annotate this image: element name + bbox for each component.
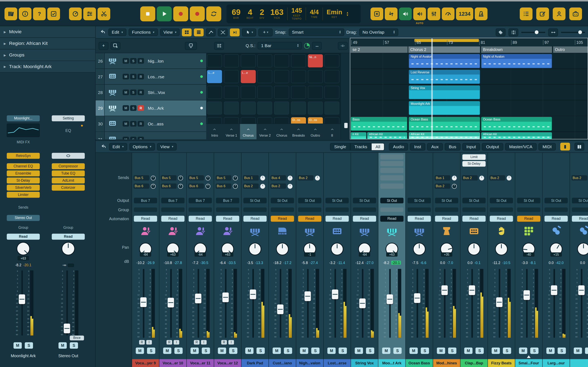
vertical-zoom-button[interactable]	[509, 28, 518, 36]
solo-button[interactable]: S	[130, 121, 136, 127]
channel-name[interactable]: Mod...hines	[433, 359, 460, 367]
audio-fx-slot[interactable]: Compressor	[52, 163, 85, 169]
region[interactable]: African Kit	[367, 132, 407, 139]
empty-loop-cell[interactable]	[274, 117, 289, 124]
send-slot[interactable]: Bus 2	[270, 184, 286, 189]
track-header[interactable]: 28MSRStri...Vox	[95, 85, 206, 100]
catch-playhead-button[interactable]	[230, 28, 240, 36]
channel-name[interactable]: Cust...iano	[269, 359, 296, 367]
loop-cell[interactable]: Ni...n	[308, 54, 323, 67]
audio-fx-slot[interactable]: Limiter	[7, 192, 40, 198]
record-button[interactable]: R	[138, 74, 144, 80]
fader-handle[interactable]	[277, 304, 283, 314]
filter-tab-output[interactable]: Output	[482, 143, 503, 150]
group-slot[interactable]	[353, 208, 376, 212]
mute-button[interactable]: M	[136, 347, 144, 354]
audio-fx-slot[interactable]: AdLimit	[52, 178, 85, 184]
channel-name[interactable]: Nigh...valon	[296, 359, 323, 367]
channel-strip[interactable]: Bus 2St OutRead-11.2-10.5630369121518212…	[488, 153, 515, 367]
grid-view-button[interactable]	[182, 28, 192, 36]
record-button[interactable]	[173, 6, 188, 21]
automation-mode-button[interactable]: Read	[134, 216, 157, 222]
channel-fader[interactable]: 6303691215182124303540455060630369121518…	[516, 267, 542, 339]
output-slot[interactable]: Stereo Out	[7, 215, 40, 221]
pan-knob[interactable]	[61, 242, 75, 256]
rows-view-button[interactable]	[194, 28, 204, 36]
audio-fx-insert-slot[interactable]: St-Delay	[462, 161, 486, 167]
crossfade-button[interactable]	[218, 28, 228, 36]
track-on-indicator[interactable]	[200, 107, 203, 109]
eq-slot[interactable]: EQ	[52, 124, 85, 137]
fader-handle[interactable]	[441, 285, 448, 295]
send-slot[interactable]: Bus 5	[134, 175, 149, 181]
empty-loop-cell[interactable]	[274, 86, 289, 99]
group-slot[interactable]	[572, 208, 588, 212]
channel-strip[interactable]: Bus 5Bus 6Bus 7Read+63-6.4-33.5630369121…	[214, 153, 242, 367]
audio-fx-slot[interactable]: St-Delay	[7, 178, 40, 184]
solo-button[interactable]: S	[229, 347, 237, 354]
group-slot[interactable]	[462, 208, 486, 212]
group-slot[interactable]	[134, 208, 157, 212]
empty-loop-cell[interactable]	[241, 101, 255, 115]
input-monitor-button[interactable]: I	[201, 340, 207, 345]
record-enable-button[interactable]: R	[194, 340, 200, 345]
channel-name[interactable]: Dark Pad	[242, 359, 268, 367]
scene-play-icon[interactable]	[245, 126, 251, 133]
empty-loop-cell[interactable]	[207, 117, 222, 124]
track-on-indicator[interactable]	[200, 123, 203, 125]
scene-trigger[interactable]: Chorus	[240, 124, 257, 139]
empty-send-slot[interactable]	[380, 184, 403, 189]
empty-loop-cell[interactable]	[224, 54, 239, 67]
channel-strip[interactable]: Bus 5Bus 6Bus 7Read-64-10.2-26.963036912…	[132, 153, 159, 367]
output-slot[interactable]: St Out	[380, 198, 403, 203]
empty-loop-cell[interactable]	[257, 70, 272, 83]
scene-play-icon[interactable]	[296, 126, 302, 133]
pan-knob[interactable]	[17, 242, 30, 256]
solo-button[interactable]: S	[130, 74, 136, 80]
capture-record-button[interactable]	[190, 6, 205, 21]
channel-fader[interactable]: 6303691215182124303540455060630369121518…	[571, 267, 588, 339]
channel-name[interactable]: String Vox	[351, 359, 378, 367]
scene-play-icon[interactable]	[279, 126, 285, 133]
output-slot[interactable]: Bus 7	[216, 198, 239, 203]
solo-button[interactable]: S	[130, 105, 136, 111]
channel-fader[interactable]: 6303691215182124303540455060630369121518…	[297, 267, 323, 339]
empty-insert-slot[interactable]	[380, 161, 403, 166]
channel-strip[interactable]: St OutRead-7.5-6.66303691215182124303540…	[406, 153, 433, 367]
empty-loop-cell[interactable]	[324, 117, 339, 124]
send-knob[interactable]	[288, 175, 293, 180]
channel-fader[interactable]: 6303691215182124303540455060630369121518…	[543, 267, 570, 339]
send-knob[interactable]	[206, 184, 210, 189]
send-slot[interactable]: Bus 2	[571, 175, 587, 181]
solo-button[interactable]: S	[558, 347, 566, 354]
empty-loop-cell[interactable]	[274, 101, 289, 115]
pan-knob[interactable]	[276, 243, 289, 255]
empty-loop-cell[interactable]	[257, 86, 272, 99]
fader-handle[interactable]	[523, 290, 530, 300]
mute-button[interactable]: M	[245, 347, 253, 354]
record-button[interactable]: R	[138, 58, 144, 64]
bounce-button[interactable]: Bnce	[70, 336, 84, 341]
output-slot[interactable]: St Out	[490, 198, 513, 203]
auto-monitor-button[interactable]: AUTO	[413, 7, 426, 20]
cycle-range[interactable]	[415, 39, 479, 42]
narrow-strips-button[interactable]	[560, 143, 570, 151]
arrangement-marker[interactable]: Outro	[553, 47, 588, 53]
scene-play-icon[interactable]	[312, 126, 318, 133]
send-slot[interactable]: Bus 5	[216, 175, 231, 181]
send-knob[interactable]	[233, 184, 238, 189]
mute-button[interactable]: M	[123, 74, 129, 80]
mute-button[interactable]: M	[123, 105, 129, 111]
automation-mode-button[interactable]: Read	[325, 216, 349, 222]
automation-mode-button[interactable]: Read	[216, 216, 239, 222]
empty-loop-cell[interactable]	[274, 70, 289, 83]
solo-button[interactable]: S	[366, 347, 374, 354]
mute-button[interactable]: M	[327, 347, 336, 354]
output-slot[interactable]: Bus 7	[134, 198, 157, 203]
fader-handle[interactable]	[140, 297, 147, 307]
channel-strip[interactable]: Bus 1Bus 2St OutRead-3.5-13.363036912151…	[242, 153, 269, 367]
pan-knob[interactable]	[495, 243, 508, 255]
fader-handle[interactable]	[222, 292, 229, 302]
solo-button[interactable]: S	[530, 347, 538, 354]
fader-handle[interactable]	[195, 294, 201, 303]
